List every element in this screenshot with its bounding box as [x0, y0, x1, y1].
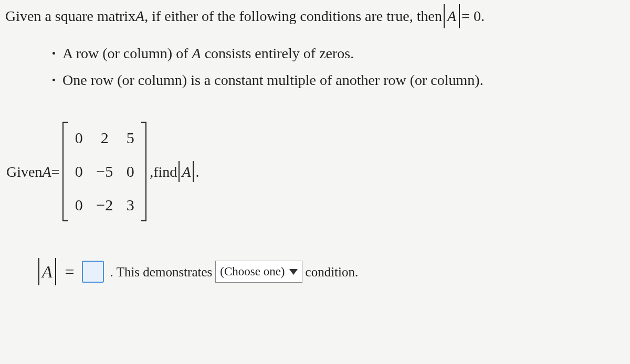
demo-text-after: condition.	[306, 263, 359, 281]
matrix-body: 0 2 5 0 −5 0 0 −2 3	[68, 122, 141, 221]
matrix-A: 0 2 5 0 −5 0 0 −2 3	[62, 122, 146, 221]
condition-2: One row (or column) is a constant multip…	[52, 70, 625, 90]
chevron-down-icon	[289, 269, 298, 275]
matrix-cell: 0	[72, 127, 86, 149]
bracket-left-icon	[62, 122, 68, 221]
matrix-cell: −5	[96, 160, 113, 183]
theorem-intro: Given a square matrix A , if either of t…	[5, 4, 625, 28]
equals-zero: = 0.	[461, 6, 485, 26]
determinant-notation: A	[38, 258, 56, 285]
intro-text-2: , if either of the following conditions …	[144, 6, 442, 26]
answer-section: A = . This demonstrates (Choose one) con…	[37, 258, 625, 285]
det-var-A: A	[42, 260, 52, 284]
given-label: Given	[6, 162, 42, 182]
det-var-A: A	[447, 6, 456, 26]
cond1-text-2: consists entirely of zeros.	[201, 45, 354, 61]
condition-1: A row (or column) of A consists entirely…	[52, 43, 625, 63]
matrix-cell: 2	[96, 127, 113, 149]
bracket-right-icon	[141, 122, 146, 221]
matrix-cell: 0	[72, 194, 86, 216]
bullet-icon	[52, 79, 55, 81]
problem-statement: Given A = 0 2 5 0 −5 0 0 −2 3 , find A .	[6, 122, 625, 221]
intro-text-1: Given a square matrix	[5, 6, 135, 26]
find-label: find	[153, 162, 177, 182]
cond1-text-1: A row (or column) of	[62, 45, 192, 61]
equals-sign: =	[65, 260, 75, 284]
determinant-notation: A	[444, 4, 460, 28]
comma: ,	[150, 162, 153, 182]
matrix-cell: −2	[96, 194, 113, 216]
cond2-text: One row (or column) is a constant multip…	[62, 70, 484, 90]
determinant-notation: A	[178, 161, 194, 182]
matrix-cell: 0	[72, 160, 86, 183]
condition-dropdown[interactable]: (Choose one)	[215, 261, 302, 283]
demo-text-before: . This demonstrates	[110, 263, 213, 281]
problem-var-A: A	[42, 162, 51, 182]
conditions-list: A row (or column) of A consists entirely…	[52, 43, 625, 90]
det-var-A: A	[182, 162, 191, 182]
bullet-icon	[52, 52, 55, 55]
matrix-cell: 0	[123, 160, 137, 183]
matrix-cell: 5	[123, 127, 137, 149]
matrix-cell: 3	[123, 194, 137, 216]
equals-sign: =	[51, 162, 60, 182]
matrix-var-A: A	[135, 6, 144, 26]
dropdown-label: (Choose one)	[220, 263, 285, 280]
cond1-var: A	[192, 45, 201, 61]
period: .	[195, 162, 199, 182]
determinant-answer-input[interactable]	[82, 261, 104, 283]
